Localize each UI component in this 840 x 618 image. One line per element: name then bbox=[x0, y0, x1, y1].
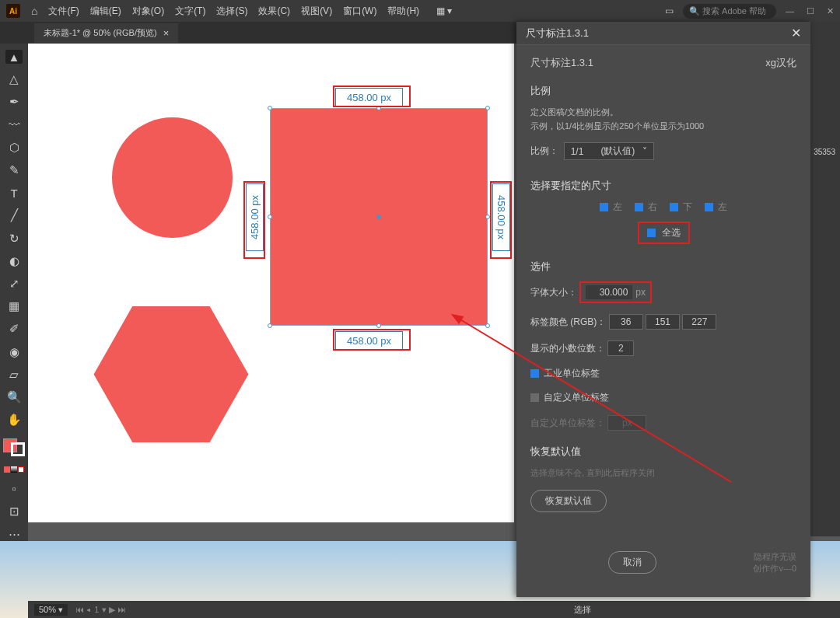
decimal-input[interactable] bbox=[607, 340, 634, 356]
chk-left[interactable]: 左 bbox=[600, 201, 622, 214]
custom-unit-input bbox=[607, 415, 646, 431]
panel-credit: xg汉化 bbox=[765, 56, 796, 70]
menu-text[interactable]: 文字(T) bbox=[175, 5, 205, 18]
ratio-label: 比例： bbox=[530, 145, 558, 158]
circle-shape[interactable] bbox=[112, 117, 233, 238]
restore-heading: 恢复默认值 bbox=[530, 445, 796, 459]
ratio-desc2: 示例，以1/4比例显示的250个单位显示为1000 bbox=[530, 120, 796, 134]
dimension-label-bottom: 458.00 px bbox=[335, 331, 403, 351]
zoom-select[interactable]: 50% ▾ bbox=[34, 604, 68, 616]
chk-top[interactable]: 下 bbox=[670, 201, 692, 214]
footer-text1: 隐程序无误 bbox=[753, 551, 796, 563]
type-tool[interactable]: T bbox=[5, 186, 23, 200]
gradient-tool[interactable]: ▦ bbox=[5, 299, 23, 313]
dim-select-heading: 选择要指定的尺寸 bbox=[530, 179, 796, 193]
right-num: 35353 bbox=[814, 148, 835, 156]
menu-object[interactable]: 对象(O) bbox=[132, 5, 164, 18]
restore-button[interactable]: 恢复默认值 bbox=[530, 490, 607, 512]
status-bar: 50% ▾ ⏮ ◀ 1 ▾ ▶ ⏭ 选择 bbox=[28, 601, 840, 618]
line-tool[interactable]: ╱ bbox=[5, 208, 23, 222]
color-mode-icons[interactable] bbox=[4, 466, 24, 473]
menu-edit[interactable]: 编辑(E) bbox=[90, 5, 121, 18]
curvature-tool[interactable]: 〰 bbox=[5, 118, 23, 132]
menu-help[interactable]: 帮助(H) bbox=[387, 5, 419, 18]
fontsize-input-box: px bbox=[579, 281, 652, 303]
document-tab[interactable]: 未标题-1* @ 50% (RGB/预览) × bbox=[34, 23, 178, 43]
rgb-b-input[interactable] bbox=[682, 314, 716, 330]
home-icon[interactable]: ⌂ bbox=[31, 5, 37, 17]
ratio-desc1: 定义图稿/文档的比例。 bbox=[530, 106, 796, 120]
zoom-tool[interactable]: 🔍 bbox=[5, 390, 23, 404]
tab-title: 未标题-1* @ 50% (RGB/预览) bbox=[44, 27, 157, 39]
dimension-label-right: 458.00 px bbox=[492, 183, 510, 251]
page-nav[interactable]: ⏮ ◀ 1 ▾ ▶ ⏭ bbox=[75, 605, 126, 615]
fontsize-input[interactable] bbox=[586, 285, 632, 299]
tool-palette: ▲ △ ✒ 〰 ⬡ ✎ T ╱ ↻ ◐ ⤢ ▦ ✐ ◉ ▱ 🔍 ✋ ▫ ⊡ ⋯ bbox=[0, 44, 28, 541]
shape-tool[interactable]: ⬡ bbox=[5, 141, 23, 155]
scale-tool[interactable]: ⤢ bbox=[5, 277, 23, 291]
layout-icon[interactable]: ▦ ▾ bbox=[436, 5, 452, 16]
cancel-button[interactable]: 取消 bbox=[608, 551, 656, 574]
rotate-tool[interactable]: ↻ bbox=[5, 232, 23, 246]
chk-bottom[interactable]: 左 bbox=[705, 201, 727, 214]
side-checkboxes: 左 右 下 左 bbox=[530, 201, 796, 214]
screen-mode-tool[interactable]: ▫ bbox=[5, 481, 23, 495]
app-logo: Ai bbox=[6, 4, 20, 18]
menu-bar: Ai ⌂ 文件(F) 编辑(E) 对象(O) 文字(T) 选择(S) 效果(C)… bbox=[0, 0, 840, 22]
brush-tool[interactable]: ✎ bbox=[5, 163, 23, 177]
selection-tool[interactable]: ▲ bbox=[5, 50, 23, 64]
selection-status: 选择 bbox=[574, 604, 591, 616]
hexagon-shape[interactable] bbox=[93, 306, 249, 442]
eraser-tool[interactable]: ◐ bbox=[5, 254, 23, 268]
fill-stroke-swatch[interactable] bbox=[3, 438, 25, 456]
footer-text2: 创作作v---0 bbox=[753, 563, 796, 574]
options-heading: 选件 bbox=[530, 260, 796, 274]
industrial-label-chk[interactable]: 工业单位标签 bbox=[530, 367, 600, 380]
blend-tool[interactable]: ◉ bbox=[5, 344, 23, 358]
pen-tool[interactable]: ✒ bbox=[5, 95, 23, 109]
decimal-label: 显示的小数位数： bbox=[530, 342, 605, 355]
select-all-checkbox[interactable]: 全选 bbox=[638, 222, 690, 244]
right-dock-strip[interactable] bbox=[810, 22, 840, 536]
menu-window[interactable]: 窗口(W) bbox=[343, 5, 376, 18]
close-icon[interactable]: ✕ bbox=[827, 6, 834, 16]
artboard: 458.00 px 458.00 px 458.00 px 458.00 px bbox=[28, 44, 514, 522]
menu-effect[interactable]: 效果(C) bbox=[258, 5, 290, 18]
dimension-label-top: 458.00 px bbox=[335, 88, 403, 107]
rgb-r-input[interactable] bbox=[609, 314, 643, 330]
dimension-panel: 尺寸标注1.3.1 ✕ 尺寸标注1.3.1 xg汉化 比例 定义图稿/文档的比例… bbox=[516, 22, 810, 597]
draw-mode-tool[interactable]: ⊡ bbox=[5, 505, 23, 518]
svg-marker-0 bbox=[94, 306, 249, 442]
dimension-label-left: 458.00 px bbox=[246, 183, 264, 251]
eyedropper-tool[interactable]: ✐ bbox=[5, 322, 23, 336]
chk-right[interactable]: 右 bbox=[635, 201, 657, 214]
panel-title: 尺寸标注1.3.1 bbox=[526, 26, 589, 40]
panel-close-icon[interactable]: ✕ bbox=[791, 26, 801, 40]
ratio-select[interactable]: 1/1 (默认值) ˅ bbox=[564, 142, 654, 160]
more-tools[interactable]: ⋯ bbox=[5, 527, 23, 541]
doc-icon[interactable]: ▭ bbox=[665, 5, 674, 16]
tab-close-icon[interactable]: × bbox=[163, 27, 170, 39]
search-input[interactable]: 🔍 搜索 Adobe 帮助 bbox=[683, 4, 776, 19]
panel-subtitle: 尺寸标注1.3.1 bbox=[530, 56, 593, 70]
artboard-tool[interactable]: ▱ bbox=[5, 368, 23, 382]
minimize-icon[interactable]: — bbox=[786, 6, 794, 16]
ratio-heading: 比例 bbox=[530, 84, 796, 98]
menu-file[interactable]: 文件(F) bbox=[48, 5, 79, 18]
custom-label-chk[interactable]: 自定义单位标签 bbox=[530, 391, 609, 404]
labelcolor-label: 标签颜色 bbox=[530, 316, 568, 329]
fontsize-label: 字体大小： bbox=[530, 286, 577, 299]
hand-tool[interactable]: ✋ bbox=[5, 413, 23, 427]
menu-view[interactable]: 视图(V) bbox=[301, 5, 332, 18]
custom-label-text: 自定义单位标签： bbox=[530, 417, 605, 430]
direct-select-tool[interactable]: △ bbox=[5, 72, 23, 86]
restore-desc: 选择意味不会, 直到此后程序关闭 bbox=[530, 466, 796, 480]
maximize-icon[interactable]: ☐ bbox=[807, 6, 814, 16]
rgb-g-input[interactable] bbox=[646, 314, 680, 330]
menu-select[interactable]: 选择(S) bbox=[216, 5, 247, 18]
rectangle-shape-selected[interactable] bbox=[270, 108, 488, 326]
